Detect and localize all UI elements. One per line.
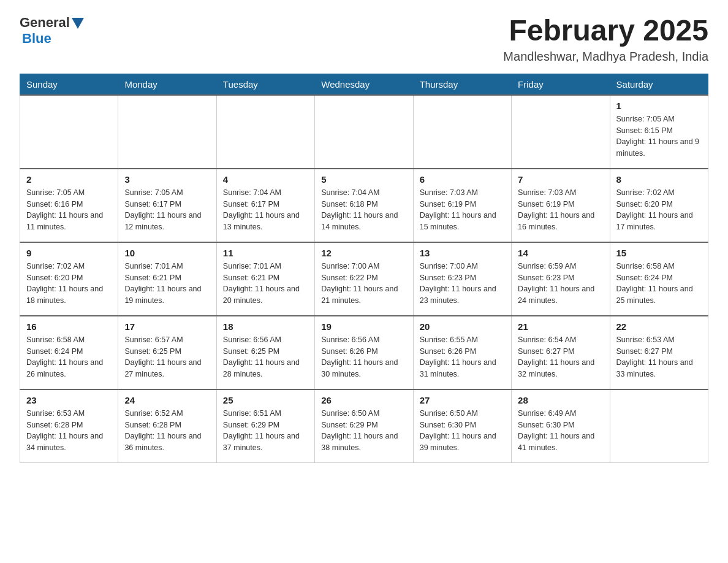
day-info: Sunrise: 6:52 AM Sunset: 6:28 PM Dayligh… — [124, 408, 210, 454]
day-info: Sunrise: 6:58 AM Sunset: 6:24 PM Dayligh… — [26, 334, 112, 380]
weekday-header-friday: Friday — [512, 74, 610, 95]
day-info: Sunrise: 7:03 AM Sunset: 6:19 PM Dayligh… — [518, 187, 603, 233]
title-area: February 2025 Mandleshwar, Madhya Prades… — [503, 15, 708, 64]
calendar-cell: 26Sunrise: 6:50 AM Sunset: 6:29 PM Dayli… — [315, 389, 413, 463]
day-number: 19 — [321, 321, 406, 332]
day-number: 1 — [616, 101, 702, 111]
week-row-1: 1Sunrise: 7:05 AM Sunset: 6:15 PM Daylig… — [20, 95, 708, 169]
week-row-3: 9Sunrise: 7:02 AM Sunset: 6:20 PM Daylig… — [20, 242, 708, 316]
calendar-cell: 6Sunrise: 7:03 AM Sunset: 6:19 PM Daylig… — [413, 169, 511, 242]
calendar-cell: 10Sunrise: 7:01 AM Sunset: 6:21 PM Dayli… — [118, 242, 216, 316]
calendar-cell: 4Sunrise: 7:04 AM Sunset: 6:17 PM Daylig… — [216, 169, 314, 242]
day-info: Sunrise: 6:59 AM Sunset: 6:23 PM Dayligh… — [518, 261, 603, 307]
day-info: Sunrise: 6:51 AM Sunset: 6:29 PM Dayligh… — [223, 408, 308, 454]
calendar-cell: 20Sunrise: 6:55 AM Sunset: 6:26 PM Dayli… — [413, 316, 511, 389]
day-number: 16 — [26, 321, 112, 332]
calendar-cell: 11Sunrise: 7:01 AM Sunset: 6:21 PM Dayli… — [216, 242, 314, 316]
logo-triangle-icon — [72, 18, 84, 29]
calendar-cell: 28Sunrise: 6:49 AM Sunset: 6:30 PM Dayli… — [512, 389, 610, 463]
day-info: Sunrise: 7:04 AM Sunset: 6:17 PM Dayligh… — [223, 187, 308, 233]
day-number: 13 — [420, 248, 505, 258]
day-number: 11 — [223, 248, 308, 258]
day-info: Sunrise: 6:56 AM Sunset: 6:25 PM Dayligh… — [223, 334, 308, 380]
logo: General Blue — [20, 15, 84, 47]
day-info: Sunrise: 7:05 AM Sunset: 6:16 PM Dayligh… — [26, 187, 112, 233]
day-number: 22 — [616, 321, 702, 332]
weekday-header-thursday: Thursday — [413, 74, 511, 95]
day-info: Sunrise: 6:53 AM Sunset: 6:28 PM Dayligh… — [26, 408, 112, 454]
calendar-cell — [413, 95, 511, 169]
calendar-cell: 3Sunrise: 7:05 AM Sunset: 6:17 PM Daylig… — [118, 169, 216, 242]
day-number: 23 — [26, 395, 112, 405]
calendar-table: SundayMondayTuesdayWednesdayThursdayFrid… — [20, 74, 708, 464]
day-number: 4 — [223, 174, 308, 185]
calendar-cell — [216, 95, 314, 169]
day-info: Sunrise: 7:05 AM Sunset: 6:17 PM Dayligh… — [124, 187, 210, 233]
day-info: Sunrise: 7:05 AM Sunset: 6:15 PM Dayligh… — [616, 113, 702, 159]
weekday-header-monday: Monday — [118, 74, 216, 95]
calendar-cell: 27Sunrise: 6:50 AM Sunset: 6:30 PM Dayli… — [413, 389, 511, 463]
weekday-header-sunday: Sunday — [20, 74, 118, 95]
calendar-cell: 13Sunrise: 7:00 AM Sunset: 6:23 PM Dayli… — [413, 242, 511, 316]
day-info: Sunrise: 6:50 AM Sunset: 6:30 PM Dayligh… — [420, 408, 505, 454]
day-number: 12 — [321, 248, 406, 258]
day-info: Sunrise: 7:02 AM Sunset: 6:20 PM Dayligh… — [616, 187, 702, 233]
day-info: Sunrise: 6:55 AM Sunset: 6:26 PM Dayligh… — [420, 334, 505, 380]
calendar-cell — [118, 95, 216, 169]
day-number: 3 — [124, 174, 210, 185]
calendar-cell: 21Sunrise: 6:54 AM Sunset: 6:27 PM Dayli… — [512, 316, 610, 389]
day-info: Sunrise: 6:54 AM Sunset: 6:27 PM Dayligh… — [518, 334, 603, 380]
day-number: 24 — [124, 395, 210, 405]
logo-general-text: General — [20, 15, 70, 31]
calendar-cell: 14Sunrise: 6:59 AM Sunset: 6:23 PM Dayli… — [512, 242, 610, 316]
calendar-cell: 9Sunrise: 7:02 AM Sunset: 6:20 PM Daylig… — [20, 242, 118, 316]
day-info: Sunrise: 7:01 AM Sunset: 6:21 PM Dayligh… — [223, 261, 308, 307]
calendar-cell: 22Sunrise: 6:53 AM Sunset: 6:27 PM Dayli… — [610, 316, 708, 389]
calendar-cell: 17Sunrise: 6:57 AM Sunset: 6:25 PM Dayli… — [118, 316, 216, 389]
calendar-cell: 24Sunrise: 6:52 AM Sunset: 6:28 PM Dayli… — [118, 389, 216, 463]
weekday-header-row: SundayMondayTuesdayWednesdayThursdayFrid… — [20, 74, 708, 95]
calendar-cell — [610, 389, 708, 463]
week-row-5: 23Sunrise: 6:53 AM Sunset: 6:28 PM Dayli… — [20, 389, 708, 463]
calendar-cell — [315, 95, 413, 169]
day-number: 6 — [420, 174, 505, 185]
calendar-cell: 18Sunrise: 6:56 AM Sunset: 6:25 PM Dayli… — [216, 316, 314, 389]
weekday-header-saturday: Saturday — [610, 74, 708, 95]
day-number: 27 — [420, 395, 505, 405]
calendar-cell: 12Sunrise: 7:00 AM Sunset: 6:22 PM Dayli… — [315, 242, 413, 316]
weekday-header-tuesday: Tuesday — [216, 74, 314, 95]
day-info: Sunrise: 7:01 AM Sunset: 6:21 PM Dayligh… — [124, 261, 210, 307]
day-number: 2 — [26, 174, 112, 185]
calendar-cell: 5Sunrise: 7:04 AM Sunset: 6:18 PM Daylig… — [315, 169, 413, 242]
calendar-cell: 23Sunrise: 6:53 AM Sunset: 6:28 PM Dayli… — [20, 389, 118, 463]
day-number: 17 — [124, 321, 210, 332]
day-number: 14 — [518, 248, 603, 258]
day-info: Sunrise: 7:00 AM Sunset: 6:23 PM Dayligh… — [420, 261, 505, 307]
day-info: Sunrise: 6:58 AM Sunset: 6:24 PM Dayligh… — [616, 261, 702, 307]
week-row-4: 16Sunrise: 6:58 AM Sunset: 6:24 PM Dayli… — [20, 316, 708, 389]
day-number: 26 — [321, 395, 406, 405]
month-title: February 2025 — [503, 15, 708, 47]
day-info: Sunrise: 7:03 AM Sunset: 6:19 PM Dayligh… — [420, 187, 505, 233]
calendar-cell: 7Sunrise: 7:03 AM Sunset: 6:19 PM Daylig… — [512, 169, 610, 242]
day-info: Sunrise: 6:53 AM Sunset: 6:27 PM Dayligh… — [616, 334, 702, 380]
calendar-cell: 1Sunrise: 7:05 AM Sunset: 6:15 PM Daylig… — [610, 95, 708, 169]
day-number: 5 — [321, 174, 406, 185]
day-number: 25 — [223, 395, 308, 405]
day-info: Sunrise: 7:02 AM Sunset: 6:20 PM Dayligh… — [26, 261, 112, 307]
day-number: 8 — [616, 174, 702, 185]
calendar-cell: 25Sunrise: 6:51 AM Sunset: 6:29 PM Dayli… — [216, 389, 314, 463]
day-number: 15 — [616, 248, 702, 258]
day-number: 18 — [223, 321, 308, 332]
logo-blue-text: Blue — [22, 31, 51, 46]
day-number: 10 — [124, 248, 210, 258]
day-info: Sunrise: 6:56 AM Sunset: 6:26 PM Dayligh… — [321, 334, 406, 380]
calendar-cell — [512, 95, 610, 169]
day-number: 9 — [26, 248, 112, 258]
calendar-cell: 19Sunrise: 6:56 AM Sunset: 6:26 PM Dayli… — [315, 316, 413, 389]
calendar-cell: 15Sunrise: 6:58 AM Sunset: 6:24 PM Dayli… — [610, 242, 708, 316]
calendar-cell — [20, 95, 118, 169]
day-number: 21 — [518, 321, 603, 332]
day-info: Sunrise: 6:57 AM Sunset: 6:25 PM Dayligh… — [124, 334, 210, 380]
calendar-cell: 2Sunrise: 7:05 AM Sunset: 6:16 PM Daylig… — [20, 169, 118, 242]
